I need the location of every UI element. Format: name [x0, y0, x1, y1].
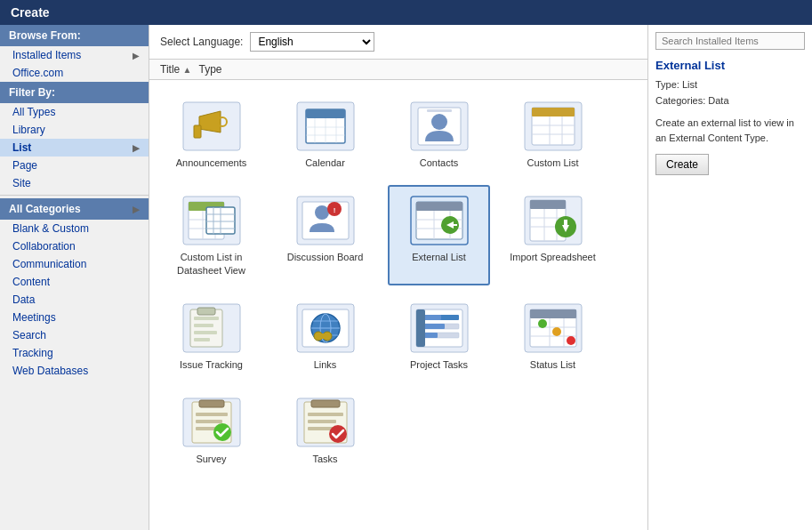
- tasks-label: Tasks: [312, 453, 337, 465]
- svg-text:!: !: [333, 206, 335, 214]
- announcements-label: Announcements: [176, 157, 247, 169]
- calendar-icon: [294, 100, 357, 153]
- external-list-icon: [408, 194, 470, 247]
- grid-item-custom-list[interactable]: Custom List: [502, 91, 604, 178]
- custom-list-datasheet-icon: [181, 194, 243, 247]
- collaboration-label: Collaboration: [12, 240, 76, 253]
- sidebar-item-communication[interactable]: Communication: [0, 255, 149, 273]
- blank-custom-label: Blank & Custom: [12, 222, 89, 235]
- survey-label: Survey: [196, 453, 226, 465]
- grid-item-contacts[interactable]: Contacts: [388, 91, 490, 178]
- panel-description: Create an external list to view in an Ex…: [655, 116, 805, 145]
- survey-icon: [181, 396, 243, 449]
- language-select[interactable]: English French German Spanish: [250, 32, 374, 52]
- announcements-icon: [181, 100, 243, 153]
- sidebar-item-content[interactable]: Content: [0, 273, 149, 291]
- filter-by-header: Filter By:: [0, 82, 149, 103]
- sidebar-item-data[interactable]: Data: [0, 291, 149, 309]
- svg-point-14: [431, 114, 447, 130]
- content-area: Select Language: English French German S…: [149, 25, 647, 530]
- links-label: Links: [314, 358, 337, 371]
- svg-rect-85: [423, 333, 438, 338]
- svg-rect-2: [194, 125, 201, 138]
- sidebar-item-collaboration[interactable]: Collaboration: [0, 237, 149, 255]
- sidebar-item-site[interactable]: Site: [0, 174, 149, 192]
- sidebar-item-search[interactable]: Search: [0, 326, 149, 344]
- all-types-label: All Types: [12, 106, 55, 118]
- svg-rect-84: [423, 324, 445, 329]
- svg-point-38: [315, 205, 329, 220]
- page-label: Page: [12, 159, 37, 172]
- svg-rect-64: [194, 317, 219, 320]
- svg-rect-60: [564, 220, 567, 227]
- sidebar-item-list[interactable]: List ▶: [0, 139, 149, 157]
- import-spreadsheet-label: Import Spreadsheet: [510, 251, 596, 263]
- communication-label: Communication: [12, 258, 86, 270]
- external-list-label: External List: [412, 251, 466, 263]
- library-label: Library: [12, 124, 45, 136]
- language-label: Select Language:: [160, 36, 243, 48]
- svg-rect-106: [311, 400, 340, 407]
- grid-item-import-spreadsheet[interactable]: Import Spreadsheet: [502, 185, 604, 285]
- sidebar-item-page[interactable]: Page: [0, 157, 149, 174]
- grid-item-project-tasks[interactable]: Project Tasks: [388, 293, 490, 380]
- grid-item-issue-tracking[interactable]: Issue Tracking: [160, 293, 262, 380]
- svg-rect-108: [308, 420, 336, 423]
- col-type: Type: [198, 63, 221, 76]
- sidebar-office-link[interactable]: Office.com: [0, 64, 149, 82]
- sidebar-item-tracking[interactable]: Tracking: [0, 344, 149, 362]
- col-title[interactable]: Title ▲: [160, 63, 191, 76]
- grid-item-tasks[interactable]: Tasks: [274, 387, 376, 474]
- project-tasks-label: Project Tasks: [410, 358, 468, 371]
- svg-rect-82: [423, 315, 441, 320]
- grid-item-survey[interactable]: Survey: [160, 387, 262, 474]
- custom-list-datasheet-label: Custom List in Datasheet View: [165, 251, 257, 277]
- sidebar-item-meetings[interactable]: Meetings: [0, 309, 149, 326]
- svg-point-96: [567, 336, 575, 345]
- web-databases-label: Web Databases: [12, 365, 88, 377]
- grid-item-calendar[interactable]: Calendar: [274, 91, 376, 178]
- project-tasks-icon: [408, 301, 470, 355]
- site-label: Site: [12, 177, 31, 189]
- office-link-label: Office.com: [12, 67, 63, 79]
- sidebar-item-blank-custom[interactable]: Blank & Custom: [0, 220, 149, 237]
- sidebar-installed-items[interactable]: Installed Items ▶: [0, 46, 149, 64]
- grid-item-links[interactable]: Links: [274, 293, 376, 380]
- contacts-label: Contacts: [420, 157, 458, 169]
- svg-rect-89: [530, 309, 576, 318]
- data-label: Data: [12, 293, 35, 306]
- filter-by-label: Filter By:: [9, 86, 55, 99]
- items-grid: Announcements: [160, 91, 637, 474]
- custom-list-label: Custom List: [527, 157, 578, 169]
- links-icon: [294, 301, 357, 355]
- calendar-label: Calendar: [305, 157, 345, 169]
- grid-item-announcements[interactable]: Announcements: [160, 91, 262, 178]
- grid-item-discussion-board[interactable]: ! Discussion Board: [274, 185, 376, 285]
- svg-rect-66: [194, 331, 217, 334]
- custom-list-icon: [522, 100, 584, 153]
- all-categories-header[interactable]: All Categories ▶: [0, 198, 149, 220]
- create-button[interactable]: Create: [655, 154, 709, 175]
- right-panel: External List Type: List Categories: Dat…: [647, 25, 812, 530]
- grid-item-external-list[interactable]: External List: [388, 185, 490, 285]
- sidebar-item-library[interactable]: Library: [0, 121, 149, 139]
- installed-items-label: Installed Items: [12, 49, 81, 61]
- status-list-label: Status List: [530, 358, 575, 371]
- search-installed-input[interactable]: [655, 32, 805, 50]
- search-label: Search: [12, 329, 46, 341]
- sidebar-item-all-types[interactable]: All Types: [0, 103, 149, 121]
- content-label: Content: [12, 276, 50, 288]
- svg-rect-107: [308, 413, 343, 416]
- issue-tracking-icon: [181, 301, 243, 355]
- svg-point-94: [538, 319, 547, 328]
- grid-item-status-list[interactable]: Status List: [502, 293, 604, 380]
- list-chevron: ▶: [133, 143, 140, 153]
- svg-rect-86: [416, 309, 425, 347]
- list-label: List: [12, 141, 31, 154]
- svg-rect-43: [416, 202, 462, 211]
- svg-point-95: [552, 327, 561, 336]
- discussion-board-icon: !: [294, 194, 357, 247]
- sidebar-item-web-databases[interactable]: Web Databases: [0, 362, 149, 380]
- grid-item-custom-list-datasheet[interactable]: Custom List in Datasheet View: [160, 185, 262, 285]
- status-list-icon: [522, 301, 584, 355]
